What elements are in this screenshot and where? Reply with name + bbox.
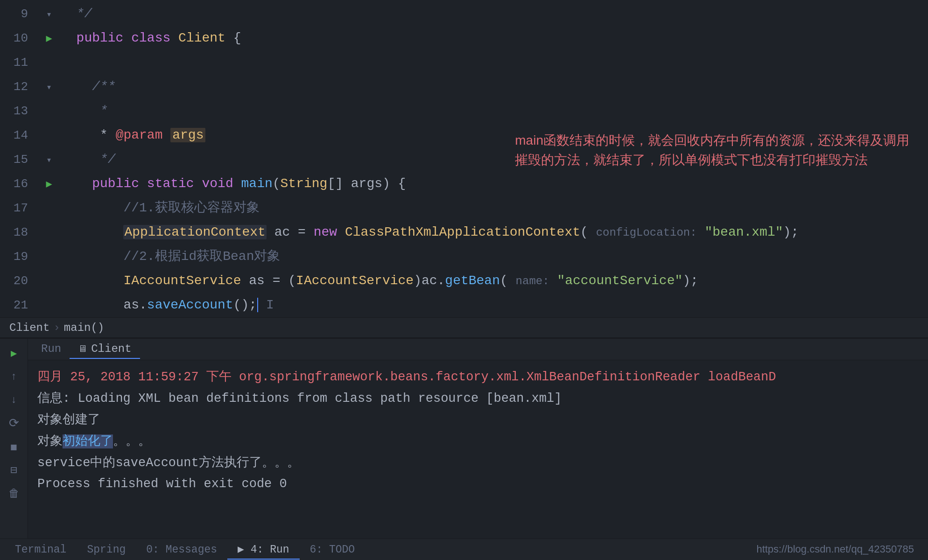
code-token: configLocation: [596,226,697,239]
bottom-tab-run[interactable]: ▶ 4: Run [227,540,299,560]
code-token: */ [61,7,92,21]
breadcrumb-main: main() [64,322,104,334]
code-token: getBean [445,273,500,288]
line-number: 10 [0,31,37,45]
print-icon[interactable]: ⊟ [4,460,24,480]
code-token: /** [61,79,116,94]
code-token [697,225,705,239]
code-line: 10▶ public class Client { [0,26,928,50]
line-number: 11 [0,56,37,70]
code-token: public [77,31,124,45]
output-line: service中的saveAccount方法执行了。。。 [37,453,919,474]
code-token: ac = [267,225,314,239]
tab-client-label: Client [91,343,131,355]
code-line: 11 [0,50,928,75]
code-token: as = ( [241,273,296,288]
code-token: IAccountService [123,273,241,288]
code-line: 21 as.saveAccount(); I [0,293,928,317]
code-token [139,176,147,191]
fold-icon: ▾ [46,154,52,166]
code-token: class [131,31,170,45]
bottom-tab-todo[interactable]: 6: TODO [300,541,366,559]
code-token: ( [500,273,516,288]
stop-icon[interactable]: ◼ [4,437,24,456]
line-gutter: ▾ [37,81,61,93]
run-arrow-icon[interactable]: ▶ [46,32,52,45]
line-content: public class Client { [61,26,928,50]
code-token [61,31,77,45]
output-token: 对象 [37,434,63,448]
code-token [549,273,557,288]
code-line: 19 //2.根据id获取Bean对象 [0,245,928,269]
run-arrow-icon[interactable]: ▶ [46,178,52,190]
code-token: [] args) { [327,176,406,191]
line-number: 16 [0,177,37,191]
line-gutter: ▶ [37,178,61,190]
code-token [61,273,123,288]
line-content: public static void main(String[] args) { [61,172,928,196]
code-token: */ [61,152,116,167]
line-content: //2.根据id获取Bean对象 [61,245,928,269]
watermark: https://blog.csdn.net/qq_42350785 [756,543,914,555]
code-token: ( [580,225,596,239]
output-line: 对象创建了 [37,410,919,431]
line-gutter: ▶ [37,32,61,45]
code-token: @param [116,128,163,142]
code-token: * [61,104,108,118]
client-icon: 🖥 [78,343,87,355]
code-token: //2.根据id获取Bean对象 [61,249,280,264]
annotation-bubble: main函数结束的时候，就会回收内存中所有的资源，还没来得及调用摧毁的方法，就结… [515,131,909,170]
code-token: ApplicationContext [123,225,266,239]
code-line: 16▶ public static void main(String[] arg… [0,172,928,196]
code-token [337,225,345,239]
fold-icon: ▾ [46,8,52,20]
code-token [61,176,92,191]
tab-run[interactable]: Run [33,340,70,359]
code-token: "bean.xml" [705,225,783,239]
code-token: as. [61,298,147,312]
code-token [162,128,170,142]
line-content: /** [61,75,928,99]
run-label: Run [41,343,61,355]
code-token: name: [516,275,549,287]
breadcrumb-client: Client [9,322,49,334]
code-token: new [314,225,337,239]
line-number: 14 [0,128,37,142]
line-gutter: ▾ [37,8,61,20]
run-content-area: Run 🖥 Client 四月 25, 2018 11:59:27 下午 org… [28,339,928,539]
code-token: void [202,176,233,191]
code-token: ); [783,225,799,239]
code-token: static [147,176,194,191]
line-content: */ [61,2,928,26]
line-number: 20 [0,274,37,288]
line-gutter: ▾ [37,154,61,166]
code-token: Client [178,31,225,45]
code-token: IAccountService [296,273,414,288]
line-content: as.saveAccount(); I [61,293,928,317]
output-line: Process finished with exit code 0 [37,474,919,495]
scroll-up-icon[interactable]: ↑ [4,367,24,386]
line-number: 13 [0,104,37,118]
code-token: args [170,128,205,142]
line-content: ApplicationContext ac = new ClassPathXml… [61,220,928,245]
code-token: public [92,176,139,191]
code-token: saveAccount [147,298,233,312]
bottom-tab-spring[interactable]: Spring [77,541,136,559]
tab-client[interactable]: 🖥 Client [70,340,140,359]
code-token: ( [273,176,281,191]
line-number: 15 [0,153,37,167]
breadcrumb-bar: Client › main() [0,317,928,338]
scroll-down-icon[interactable]: ↓ [4,390,24,410]
code-token: * [61,128,116,142]
code-line: 9▾ */ [0,2,928,26]
rerun-icon[interactable]: ⟳ [4,413,24,433]
code-token: main [241,176,273,191]
line-number: 19 [0,250,37,264]
trash-icon[interactable]: 🗑 [4,483,24,503]
play-icon[interactable]: ▶ [4,343,24,363]
code-token [170,31,178,45]
code-token: (); [233,298,257,312]
bottom-tab-messages[interactable]: 0: Messages [136,541,227,559]
code-token [194,176,202,191]
bottom-tab-terminal[interactable]: Terminal [5,541,77,559]
